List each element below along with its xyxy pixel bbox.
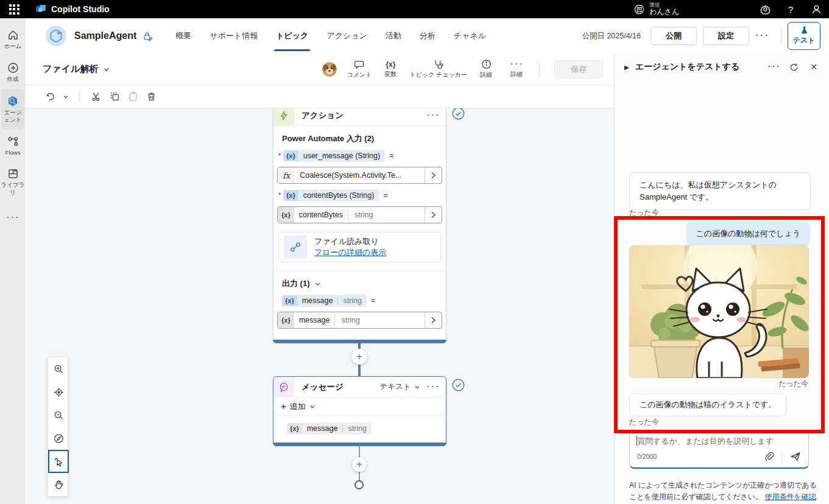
open-expression-button[interactable] — [425, 312, 442, 328]
message-timestamp: たった今 — [629, 417, 659, 427]
action-node-title: アクション — [302, 110, 344, 121]
message-node-title: メッセージ — [302, 382, 344, 393]
account-icon[interactable] — [803, 0, 829, 18]
panel-more-icon[interactable]: ･･･ — [768, 61, 779, 72]
agent-avatar-icon — [45, 25, 67, 47]
variable-chip[interactable]: user_message (String) — [298, 150, 385, 162]
locate-icon — [54, 387, 64, 397]
select-pointer-icon — [54, 457, 64, 467]
expression-input[interactable]: fx Coalesce(System.Activity.Te... — [277, 167, 442, 184]
paste-button[interactable] — [125, 89, 141, 105]
variable-chip[interactable]: message string — [297, 295, 367, 307]
tab-overview[interactable]: 概要 — [166, 18, 200, 54]
sidebar-item-library[interactable]: ライブラリ — [0, 162, 26, 202]
variable-value-input[interactable]: {x} contentBytes string — [277, 206, 442, 223]
variable-badge: {x} — [278, 312, 294, 328]
sidebar-item-flows[interactable]: Flows — [0, 130, 26, 163]
save-button[interactable]: 保存 — [554, 60, 603, 79]
add-node-button[interactable]: + — [352, 457, 367, 472]
zoom-out-button[interactable] — [48, 404, 69, 427]
undo-menu-button[interactable] — [61, 89, 71, 105]
message-mode-dropdown[interactable]: テキスト — [379, 382, 420, 392]
paperclip-icon — [764, 452, 774, 461]
publish-button[interactable]: 公開 — [651, 27, 697, 45]
message-timestamp: たった今 — [629, 208, 659, 218]
send-button[interactable] — [788, 449, 803, 464]
comments-button[interactable]: コメント — [344, 56, 374, 83]
open-expression-button[interactable] — [425, 167, 442, 183]
variable-chip[interactable]: message string — [302, 422, 372, 435]
settings-gear-icon[interactable] — [752, 0, 778, 18]
authoring-canvas[interactable]: アクション ･･･ Power Automate 入力 (2) * {x} us… — [26, 108, 614, 504]
chat-input[interactable] — [637, 436, 802, 446]
undo-icon — [46, 92, 55, 102]
test-button[interactable]: テスト — [788, 22, 820, 50]
message-node[interactable]: メッセージ テキスト ･･･ + 追加 {x} message string — [273, 376, 446, 446]
agent-header: SampleAgent 概要 サポート情報 トピック アクション 活動 分析 チ… — [26, 18, 829, 54]
select-tool-button[interactable] — [48, 450, 69, 473]
test-panel-header: ▶ エージェントをテストする ･･･ ✕ — [615, 54, 829, 80]
end-of-topic-node[interactable] — [355, 480, 364, 489]
open-expression-button[interactable] — [425, 207, 442, 223]
message-node-more-icon[interactable]: ･･･ — [426, 382, 440, 391]
more-horizontal-icon: ･･･ — [510, 60, 524, 69]
topic-checker-button[interactable]: トピック チェッカー — [407, 56, 470, 83]
variables-button[interactable]: {x} 変数 — [376, 56, 404, 83]
variable-chip[interactable]: contentBytes (String) — [298, 189, 379, 201]
agent-permissions-icon[interactable] — [143, 31, 153, 41]
action-node[interactable]: アクション ･･･ Power Automate 入力 (2) * {x} us… — [273, 108, 446, 343]
cut-button[interactable] — [88, 89, 104, 105]
action-icon — [273, 108, 294, 126]
tab-channels[interactable]: チャネル — [445, 18, 495, 54]
sidebar-item-home[interactable]: ホーム — [0, 23, 26, 56]
output-value-input[interactable]: {x} message string — [277, 312, 442, 329]
header-more-icon[interactable]: ･･･ — [753, 27, 771, 45]
sidebar-item-agents[interactable]: エージェント — [1, 89, 24, 130]
outputs-toggle[interactable]: 出力 (1) — [282, 278, 446, 289]
minimap-button[interactable] — [48, 427, 69, 450]
sidebar-more-icon[interactable]: ･･･ — [0, 202, 26, 222]
undo-button[interactable] — [43, 89, 58, 105]
tab-activity[interactable]: 活動 — [376, 18, 411, 54]
plus-icon: + — [356, 458, 362, 471]
details-more-button[interactable]: ･･･ 詳細 — [503, 56, 531, 83]
collaborator-avatar[interactable] — [322, 62, 337, 77]
center-canvas-button[interactable] — [48, 380, 69, 404]
action-node-more-icon[interactable]: ･･･ — [426, 111, 440, 120]
variable-name: message — [307, 424, 338, 433]
canvas-zoom-toolbar — [48, 357, 68, 497]
tab-topics[interactable]: トピック — [267, 18, 317, 54]
bot-message-text: こんにちは、私は仮想アシスタントの SampleAgent です。 — [640, 180, 777, 201]
tab-analytics[interactable]: 分析 — [411, 18, 445, 54]
add-node-button[interactable]: + — [351, 349, 367, 365]
flow-card: ファイル読み取り フローの詳細の表示 — [278, 232, 441, 262]
tab-actions[interactable]: アクション — [317, 18, 376, 54]
close-panel-icon[interactable]: ✕ — [808, 61, 819, 72]
cat-illustration[interactable] — [629, 245, 809, 378]
sidebar-item-create[interactable]: 作成 — [0, 56, 26, 89]
collapse-panel-icon[interactable]: ▶ — [624, 64, 629, 71]
variable-badge: {x} — [278, 207, 294, 223]
add-content-dropdown[interactable]: + 追加 — [273, 397, 446, 416]
required-asterisk: * — [277, 191, 282, 200]
agents-icon — [7, 95, 19, 107]
topic-selector[interactable]: ファイル解析 — [26, 63, 110, 75]
fx-icon: fx — [278, 167, 295, 183]
details-info-button[interactable]: 詳細 — [472, 56, 500, 83]
zoom-in-button[interactable] — [48, 357, 69, 380]
tab-support[interactable]: サポート情報 — [200, 18, 267, 54]
test-agent-panel: ▶ エージェントをテストする ･･･ ✕ こんにちは、私は仮想アシスタントの S… — [614, 54, 829, 504]
attach-file-button[interactable] — [761, 449, 777, 464]
settings-button[interactable]: 設定 — [703, 27, 749, 45]
app-launcher-icon[interactable] — [0, 0, 28, 18]
variable-badge: {x} — [283, 190, 298, 201]
flow-details-link[interactable]: フローの詳細の表示 — [314, 247, 386, 258]
refresh-icon[interactable] — [788, 61, 799, 72]
help-icon[interactable]: ? — [778, 0, 803, 18]
copy-button[interactable] — [107, 89, 122, 105]
environment-picker[interactable]: 環境 わんさん — [634, 2, 679, 16]
pan-tool-button[interactable] — [48, 473, 69, 496]
test-button-label: テスト — [793, 35, 816, 46]
variable-badge: {x} — [282, 295, 297, 306]
delete-button[interactable] — [143, 89, 159, 105]
